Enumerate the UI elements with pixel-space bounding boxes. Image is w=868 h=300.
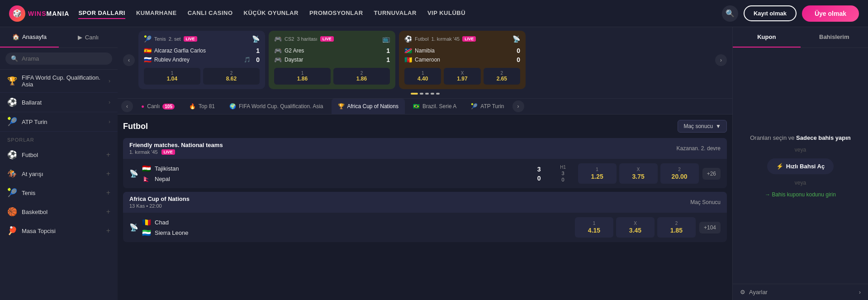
card-set-info: 2. set (169, 36, 181, 42)
card-set-futbol: 1. kırmak '45 (432, 36, 460, 42)
sidebar-item-atp[interactable]: 🎾 ATP Turin › (0, 112, 118, 132)
h1-score1: 3 (562, 171, 564, 176)
nav-item-vip[interactable]: VIP KULÜBÜ (427, 8, 465, 19)
odd-tajikistan-x[interactable]: X 3.75 (619, 163, 658, 184)
register-button[interactable]: Kayıt olmak (744, 5, 797, 21)
odd-chad-x[interactable]: X 3.45 (616, 217, 655, 238)
tab-top[interactable]: 🔥 Top 81 (183, 99, 221, 114)
tab-brazil[interactable]: 🇧🇷 Brazil. Serie A (407, 99, 463, 114)
canli-dot-icon: ● (141, 103, 144, 110)
group-time-africa: 13 Kas • 22:00 (129, 203, 162, 209)
odd-tajikistan-2[interactable]: 2 20.00 (660, 163, 699, 184)
sidebar-tab-live[interactable]: ▶ Canlı (59, 27, 118, 48)
odd-btn-2-1[interactable]: 1 1.86 (274, 68, 331, 85)
tabs-prev-arrow[interactable]: ‹ (121, 100, 133, 112)
odd-btn-3-x[interactable]: X 1.97 (444, 68, 480, 85)
more-odds-chad[interactable]: +104 (699, 222, 721, 233)
add-at-icon[interactable]: + (106, 170, 110, 178)
odd-label-2-1: 1 (276, 71, 329, 76)
tab-africa-cup[interactable]: 🏆 Africa Cup of Nations (332, 99, 405, 114)
lightning-icon: ⚡ (776, 163, 783, 170)
search-magnifier-icon: 🔍 (11, 55, 18, 62)
nav-item-turnuvalar[interactable]: TURNUVALAR (374, 8, 417, 19)
sports-tabs: ‹ ● Canlı 105 🔥 Top 81 🌍 FIFA World Cup.… (118, 99, 732, 114)
sidebar: 🏠 Anasayfa ▶ Canlı 🔍 🏆 FIFA World Cup. Q… (0, 27, 118, 300)
nav-item-promosyonlar[interactable]: PROMOSYONLAR (309, 8, 363, 19)
live-cards-row: ‹ 🎾 Tenis 2. set LIVE 📡 (123, 31, 727, 89)
panel-body: Oranları seçin ve Sadece bahis yapın vey… (733, 48, 868, 284)
sidebar-item-fifa[interactable]: 🏆 FIFA World Cup. Qualification. Asia › (0, 70, 118, 93)
nav-item-canli-casino[interactable]: CANLI CASINO (188, 8, 233, 19)
group-meta-friendly: 1. kırmak '45 LIVE (129, 149, 223, 155)
more-odds-tajikistan[interactable]: +26 (702, 168, 721, 180)
odd-btn-3-1[interactable]: 1 4.40 (404, 68, 441, 85)
h1-box: H1 3 0 (552, 165, 574, 182)
sidebar-tab-home[interactable]: 🏠 Anasayfa (0, 27, 59, 48)
tab-bahislerim[interactable]: Bahislerim (801, 27, 868, 48)
odd-val-1: 1.04 (146, 76, 199, 82)
add-futbol-icon[interactable]: + (106, 151, 110, 159)
logo[interactable]: 🎲 WINSMANIA (9, 5, 69, 22)
card-header-cs2: 🎮 CS2 3 haritası LIVE 📺 (274, 35, 390, 43)
tab-canli[interactable]: ● Canlı 105 (135, 99, 181, 114)
tab-kupon[interactable]: Kupon (733, 27, 801, 48)
fire-icon: 🔥 (189, 103, 196, 110)
add-basketbol-icon[interactable]: + (106, 208, 110, 216)
odd-btn-1-1[interactable]: 1 1.04 (144, 68, 200, 85)
odd-chad-1[interactable]: 1 4.15 (575, 217, 613, 238)
tab-fifa[interactable]: 🌍 FIFA World Cup. Qualification. Asia (223, 99, 330, 114)
score-alcaraz: 1 (251, 47, 260, 54)
sport-masa[interactable]: 🏓 Masa Topcisi + (0, 221, 118, 240)
nav-item-spor[interactable]: SPOR DALLARI (78, 8, 125, 19)
live-card-cs2: 🎮 CS2 3 haritası LIVE 📺 🎮 G2 Ares (269, 31, 395, 89)
group-name-africa: Africa Cup of Nations (129, 195, 190, 202)
radio-live-icon-1: 📡 (129, 169, 138, 178)
odd-btn-3-2[interactable]: 2 2.65 (484, 68, 520, 85)
cards-next-arrow[interactable]: › (715, 54, 727, 66)
dot-1 (411, 93, 418, 95)
live-count-badge: 105 (162, 104, 175, 110)
group-name-friendly: Friendly matches. National teams (129, 142, 223, 148)
group-meta-africa: 13 Kas • 22:00 (129, 203, 190, 209)
add-tenis-icon[interactable]: + (106, 189, 110, 197)
sport-at-yarisi[interactable]: 🏇 At yarışı + (0, 164, 118, 183)
join-button[interactable]: Üye olmak (802, 5, 859, 22)
odd-taj-1-val: 1.25 (591, 173, 603, 180)
basketbol-icon: 🏀 (7, 207, 17, 217)
sport-tenis[interactable]: 🎾 Tenis + (0, 183, 118, 202)
cs2-sport-icon: 🎮 (274, 35, 282, 43)
name-chad: Chad (155, 219, 169, 226)
teams-col-tajikistan: 🇹🇯 Tajikistan 🇳🇵 Nepal (142, 164, 526, 183)
odd-chad-2-label: 2 (662, 221, 691, 226)
odd-btn-1-2[interactable]: 2 8.62 (203, 68, 260, 85)
flag-tajikistan: 🇹🇯 (142, 164, 151, 173)
odd-taj-x-val: 3.75 (632, 173, 645, 180)
tabs-next-arrow[interactable]: › (512, 100, 524, 112)
match-result-dropdown[interactable]: Maç sonucu ▼ (678, 120, 727, 133)
sport-basketbol[interactable]: 🏀 Basketbol + (0, 202, 118, 221)
group-title-left: Friendly matches. National teams 1. kırm… (129, 142, 223, 155)
score-tajikistan: 3 (537, 166, 541, 173)
odd-chad-2[interactable]: 2 1.85 (657, 217, 696, 238)
search-icon[interactable]: 🔍 (722, 5, 738, 22)
search-input[interactable] (22, 55, 107, 62)
event-group-friendly: Friendly matches. National teams 1. kırm… (123, 138, 727, 188)
coupon-code-link[interactable]: → Bahis kuponu kodunu girin (765, 191, 836, 198)
nav-item-kucuk-oyunlar[interactable]: KÜÇÜK OYUNLAR (244, 8, 299, 19)
sport-futbol[interactable]: ⚽ Futbol + (0, 145, 118, 164)
settings-chevron-icon[interactable]: › (859, 289, 861, 295)
odd-btn-2-2[interactable]: 2 1.86 (333, 68, 390, 85)
team-nepal: 🇳🇵 Nepal (142, 175, 526, 183)
live-card-futbol: ⚽ Futbol 1. kırmak '45 LIVE 📡 🇳🇦 Namibia (399, 31, 526, 89)
nav-item-kumarhane[interactable]: KUMARHANE (136, 8, 177, 19)
fast-bet-button[interactable]: ⚡ Hızlı Bahsi Aç (767, 158, 834, 174)
add-masa-icon[interactable]: + (106, 227, 110, 235)
cards-prev-arrow[interactable]: ‹ (123, 54, 135, 66)
sidebar-item-ballarat[interactable]: ⚽ Ballarat › (0, 93, 118, 112)
music-icon: 🎵 (244, 57, 251, 63)
tab-atp-turin[interactable]: 🎾 ATP Turin (465, 99, 510, 114)
odd-tajikistan-1[interactable]: 1 1.25 (578, 163, 617, 184)
dot-4 (431, 93, 434, 95)
team-sierra-leone: 🇸🇱 Sierra Leone (142, 229, 544, 237)
team-g2: G2 Ares (285, 48, 304, 54)
